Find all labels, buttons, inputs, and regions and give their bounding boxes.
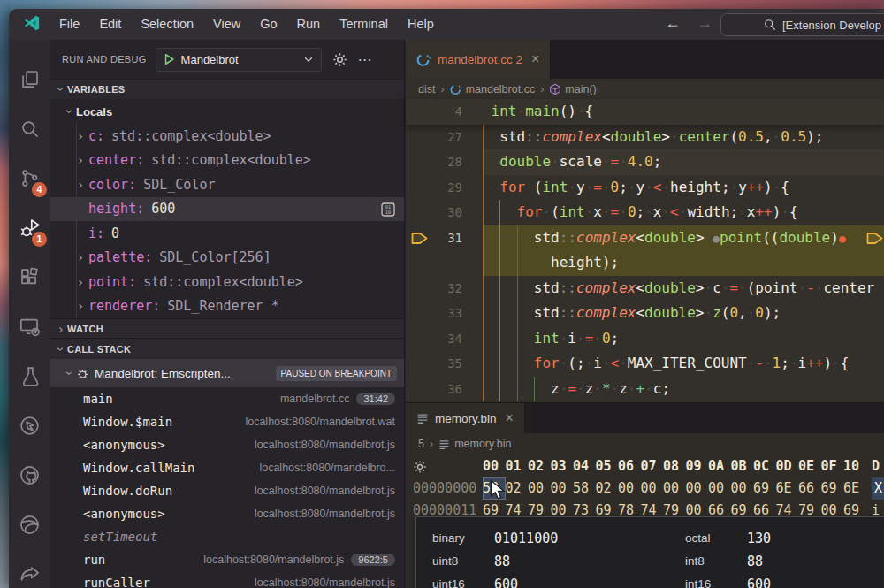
stack-frame-row[interactable]: main mandelbrot.cc 31:42 xyxy=(50,387,404,410)
hex-byte[interactable]: 66 xyxy=(798,477,821,500)
nav-back-icon[interactable]: ← xyxy=(665,9,681,40)
hex-byte[interactable]: 00 xyxy=(731,477,754,500)
activity-item-extensions[interactable] xyxy=(9,252,50,302)
code-line-28[interactable]: 28 double·scale·=·4.0; xyxy=(406,149,884,175)
activity-item-browser-preview[interactable] xyxy=(9,500,50,549)
hex-byte[interactable]: 02 xyxy=(596,477,619,500)
editor-gutter[interactable] xyxy=(406,250,483,276)
code-line-30[interactable]: 30 for·(int·x·=·0;·x·<·width;·x++)·{ xyxy=(406,200,884,225)
more-actions-icon[interactable]: ⋯ xyxy=(358,51,373,68)
menu-run[interactable]: Run xyxy=(287,9,331,40)
binary-view-icon[interactable]: 0110 xyxy=(381,202,395,217)
stack-frame-row[interactable]: Window.doRun localhost:8080/mandelbrot.j… xyxy=(50,479,404,502)
stack-frame-row[interactable]: <anonymous> localhost:8080/mandelbrot.js xyxy=(50,502,404,525)
stack-frame-row[interactable]: Window.callMain localhost:8080/mandelbro… xyxy=(50,456,404,479)
menu-terminal[interactable]: Terminal xyxy=(330,9,398,40)
activity-item-explorer[interactable] xyxy=(9,54,50,103)
stack-frame-row[interactable]: setTimeout xyxy=(50,525,404,548)
code-line-27[interactable]: 27 std::complex<double>·center(0.5,·0.5)… xyxy=(406,125,884,150)
code-line-34[interactable]: 34 int·i·=·0; xyxy=(406,326,884,352)
variable-row[interactable]: › point: std::complex<double> xyxy=(50,270,404,294)
code-line-33[interactable]: 33 std::complex<double>·z(0,·0); xyxy=(406,301,884,326)
code-line-32[interactable]: 32 std::complex<double>·c·=·(point·-·cen… xyxy=(406,276,884,302)
activity-item-live-share[interactable] xyxy=(9,401,50,450)
breadcrumb-symbol[interactable]: main() xyxy=(549,83,596,95)
breadcrumb-group[interactable]: 5 xyxy=(418,438,424,450)
editor-gutter[interactable]: 29 xyxy=(406,175,483,201)
hex-byte[interactable]: 00 xyxy=(708,477,731,500)
stack-frame-row[interactable]: run localhost:8080/mandelbrot.js 9622:5 xyxy=(50,548,404,571)
variable-row[interactable]: › c: std::complex<double> xyxy=(50,124,404,149)
activity-item-testing[interactable] xyxy=(9,351,50,401)
code-line-wrap[interactable]: height); xyxy=(406,250,884,276)
editor-gutter[interactable]: 34 xyxy=(406,326,483,352)
activity-item-run-and-debug[interactable]: 1 xyxy=(9,202,50,252)
debug-session-row[interactable]: › Mandelbrot: Emscripten... PAUSED ON BR… xyxy=(50,359,404,387)
variable-row[interactable]: › color: SDL_Color xyxy=(50,172,404,197)
menu-help[interactable]: Help xyxy=(398,9,444,40)
decoded-text-cell[interactable]: X xyxy=(872,477,884,500)
variable-row[interactable]: › palette: SDL_Color[256] xyxy=(50,246,404,271)
variable-row[interactable]: › center: std::complex<double> xyxy=(50,149,404,173)
editor-gutter[interactable]: 31 xyxy=(406,225,483,251)
hex-byte[interactable]: 69 xyxy=(821,477,844,500)
stack-frame-row[interactable]: runCaller localhost:8080/mandelbrot.js xyxy=(50,571,404,588)
tab-mandelbrot-cc[interactable]: mandelbrot.cc 2 × xyxy=(406,40,551,79)
hex-byte[interactable]: 00 xyxy=(663,477,686,500)
editor-gutter[interactable]: 36 xyxy=(406,377,483,402)
tab-memory-bin[interactable]: memory.bin × xyxy=(406,403,525,433)
hex-byte[interactable]: 00 xyxy=(551,477,574,500)
sticky-scroll[interactable]: 4 int·main()·{ xyxy=(406,99,884,125)
hex-byte[interactable]: 00 xyxy=(618,477,641,500)
breadcrumb-folder[interactable]: dist xyxy=(418,83,435,95)
code-line-4[interactable]: 4 int·main()·{ xyxy=(406,99,884,125)
menu-edit[interactable]: Edit xyxy=(89,9,131,40)
nav-forward-icon[interactable]: → xyxy=(697,9,713,40)
hex-byte[interactable]: 6E xyxy=(776,477,799,500)
variable-row[interactable]: › renderer: SDL_Renderer * xyxy=(50,294,404,319)
hex-byte[interactable]: 58 xyxy=(573,477,596,500)
editor-gutter[interactable]: 30 xyxy=(406,200,483,225)
activity-item-github[interactable] xyxy=(9,450,50,500)
menu-go[interactable]: Go xyxy=(250,9,286,40)
editor-gutter[interactable]: 28 xyxy=(406,149,483,175)
command-center-search[interactable]: [Extension Develop xyxy=(720,13,884,36)
code-line-35[interactable]: 35 for·(;·i·<·MAX_ITER_COUNT·-·1;·i++)·{ xyxy=(406,351,884,377)
hex-byte[interactable]: 69 xyxy=(753,477,776,500)
activity-item-remote-explorer[interactable] xyxy=(9,302,50,351)
section-variables[interactable]: › VARIABLES xyxy=(50,79,404,99)
hex-byte[interactable]: 00 xyxy=(641,477,664,500)
editor-gutter[interactable]: 4 xyxy=(406,99,483,125)
close-icon[interactable]: × xyxy=(506,410,514,426)
hex-byte[interactable]: 00 xyxy=(686,477,709,500)
stack-frame-row[interactable]: <anonymous> localhost:8080/mandelbrot.js xyxy=(50,433,404,456)
launch-config-select[interactable]: Mandelbrot xyxy=(156,48,322,72)
activity-item-share[interactable] xyxy=(9,549,50,588)
hex-byte[interactable]: 00 xyxy=(528,477,551,500)
close-icon[interactable]: × xyxy=(531,51,539,67)
section-watch[interactable]: › WATCH xyxy=(50,318,404,338)
variable-row[interactable]: i: 0 xyxy=(50,221,404,246)
section-call-stack[interactable]: › CALL STACK xyxy=(50,338,404,359)
editor-gutter[interactable]: 33 xyxy=(406,301,483,326)
code-line-31[interactable]: 31 ······std::complex<double>·●point((do… xyxy=(406,225,884,251)
code-area[interactable]: 27 std::complex<double>·center(0.5,·0.5)… xyxy=(406,125,884,402)
breadcrumb-file[interactable]: mandelbrot.cc xyxy=(450,83,536,95)
stack-frame-row[interactable]: Window.$main localhost:8080/mandelbrot.w… xyxy=(50,410,404,433)
code-line-36[interactable]: 36 z·=·z·*·z·+·c; xyxy=(406,377,884,402)
editor-gutter[interactable]: 27 xyxy=(406,125,483,150)
menu-view[interactable]: View xyxy=(203,9,250,40)
variable-row[interactable]: height: 600 0110 xyxy=(50,197,404,222)
activity-item-search[interactable] xyxy=(9,103,50,153)
menu-selection[interactable]: Selection xyxy=(131,9,203,40)
code-line-29[interactable]: 29 for·(int·y·=·0;·y·<·height;·y++)·{ xyxy=(406,175,884,201)
gear-icon[interactable] xyxy=(332,52,347,67)
locals-group[interactable]: › Locals xyxy=(50,99,404,124)
editor-gutter[interactable]: 35 xyxy=(406,351,483,377)
menu-file[interactable]: File xyxy=(50,9,89,40)
activity-item-source-control[interactable]: 4 xyxy=(9,153,50,202)
hex-byte[interactable]: 6E xyxy=(843,477,866,500)
row-action[interactable]: 0110 xyxy=(381,202,395,220)
editor-gutter[interactable]: 32 xyxy=(406,276,483,302)
breadcrumb-file[interactable]: memory.bin xyxy=(454,438,511,450)
